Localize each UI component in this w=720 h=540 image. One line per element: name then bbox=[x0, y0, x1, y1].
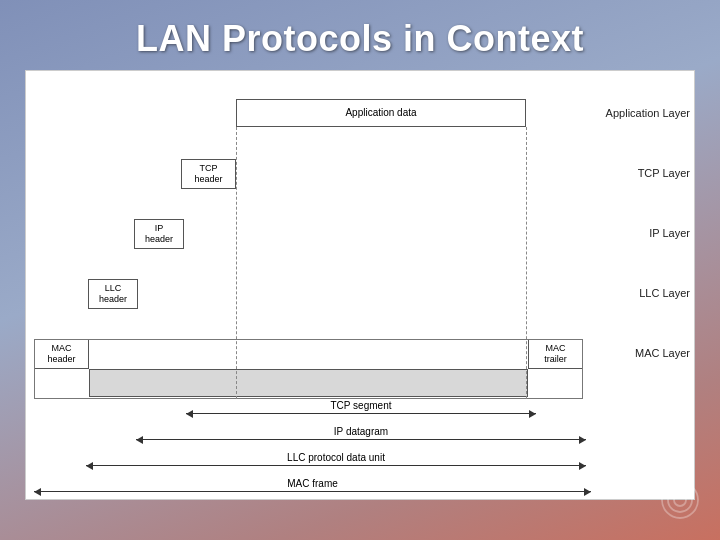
layer-label-mac: MAC Layer bbox=[635, 347, 690, 359]
tcp-header-box: TCPheader bbox=[181, 159, 236, 189]
slide: LAN Protocols in Context Application Lay… bbox=[0, 0, 720, 540]
slide-title: LAN Protocols in Context bbox=[136, 18, 584, 60]
layer-label-ip: IP Layer bbox=[649, 227, 690, 239]
ip-datagram-arrow-row: IP datagram bbox=[136, 439, 586, 440]
layer-label-app: Application Layer bbox=[606, 107, 690, 119]
layer-label-llc: LLC Layer bbox=[639, 287, 690, 299]
vline-right bbox=[526, 127, 527, 399]
tcp-segment-arrow-row: TCP segment bbox=[186, 413, 536, 414]
mac-frame-outline bbox=[34, 339, 583, 399]
mac-frame-arrow-row: MAC frame bbox=[34, 491, 591, 492]
decorative-swirl bbox=[650, 470, 710, 530]
llc-header-box: LLCheader bbox=[88, 279, 138, 309]
mac-frame-label: MAC frame bbox=[34, 478, 591, 489]
vline-left bbox=[236, 127, 237, 399]
llc-pdu-label: LLC protocol data unit bbox=[86, 452, 586, 463]
layer-label-tcp: TCP Layer bbox=[638, 167, 690, 179]
app-data-box: Application data bbox=[236, 99, 526, 127]
tcp-segment-label: TCP segment bbox=[186, 400, 536, 411]
diagram-area: Application Layer TCP Layer IP Layer LLC… bbox=[25, 70, 695, 500]
ip-datagram-label: IP datagram bbox=[136, 426, 586, 437]
llc-pdu-arrow-row: LLC protocol data unit bbox=[86, 465, 586, 466]
ip-header-box: IPheader bbox=[134, 219, 184, 249]
